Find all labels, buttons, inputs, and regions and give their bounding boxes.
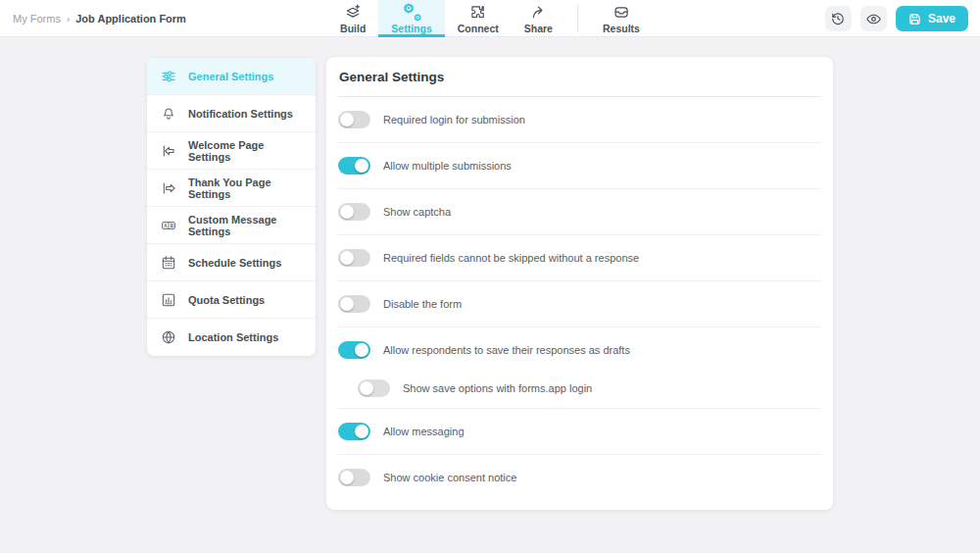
toggle-required-fields[interactable]	[338, 249, 370, 267]
setting-row-show-captcha: Show captcha	[338, 189, 821, 234]
setting-row-save-options-login: Show save options with forms.app login	[338, 369, 821, 408]
save-label: Save	[928, 12, 956, 25]
toggle-cookie-consent[interactable]	[338, 469, 370, 486]
toggle-allow-messaging[interactable]	[338, 423, 370, 440]
save-button[interactable]: Save	[896, 6, 968, 31]
floppy-icon	[908, 13, 921, 25]
breadcrumb-separator: ›	[67, 14, 70, 25]
toggle-multiple-submissions[interactable]	[338, 157, 370, 175]
tab-label: Results	[603, 23, 640, 34]
calendar-icon	[161, 255, 176, 271]
svg-text:B: B	[171, 223, 174, 227]
sidebar-item-label: Schedule Settings	[188, 257, 281, 269]
sidebar-item-thank-you-page-settings[interactable]: Thank You Page Settings	[147, 170, 316, 207]
setting-group: Required login for submission	[338, 97, 821, 143]
page-end-icon	[161, 180, 176, 196]
breadcrumb: My Forms › Job Application Form	[13, 0, 186, 37]
setting-row-disable-form: Disable the form	[338, 281, 821, 327]
breadcrumb-my-forms[interactable]: My Forms	[13, 13, 61, 25]
svg-text:A: A	[164, 223, 168, 227]
setting-label: Disable the form	[383, 298, 462, 310]
toggle-save-options-login[interactable]	[358, 379, 390, 397]
setting-group: Allow multiple submissions	[338, 143, 821, 189]
setting-group: Allow respondents to save their response…	[338, 327, 821, 409]
sidebar-item-welcome-page-settings[interactable]: Welcome Page Settings	[147, 132, 316, 170]
setting-row-required-fields: Required fields cannot be skipped withou…	[338, 235, 821, 280]
setting-group: Required fields cannot be skipped withou…	[338, 235, 821, 281]
setting-label: Show cookie consent notice	[383, 472, 516, 483]
sidebar-item-location-settings[interactable]: Location Settings	[147, 319, 316, 356]
ab-message-icon: A B	[161, 218, 176, 233]
eye-icon	[865, 11, 882, 27]
inbox-icon	[612, 4, 630, 21]
setting-group: Show captcha	[338, 189, 821, 235]
setting-group: Show cookie consent notice	[338, 455, 821, 500]
setting-group: Disable the form	[338, 281, 821, 327]
page-start-icon	[161, 143, 176, 159]
setting-label: Allow respondents to save their response…	[383, 344, 630, 356]
sidebar-item-quota-settings[interactable]: Quota Settings	[147, 281, 316, 319]
globe-icon	[161, 329, 176, 345]
sidebar-item-general-settings[interactable]: General Settings	[147, 58, 316, 95]
setting-label: Allow messaging	[383, 426, 465, 437]
tab-label: Connect	[458, 23, 499, 34]
general-settings-panel: General Settings Required login for subm…	[326, 57, 833, 510]
chart-box-icon	[161, 292, 176, 308]
history-icon	[830, 11, 846, 26]
setting-label: Show save options with forms.app login	[403, 382, 592, 394]
toggle-disable-form[interactable]	[338, 295, 370, 313]
setting-row-save-drafts: Allow respondents to save their response…	[338, 327, 821, 373]
panel-title: General Settings	[338, 57, 821, 97]
setting-label: Required login for submission	[383, 114, 525, 126]
history-button[interactable]	[825, 6, 852, 31]
sliders-icon	[161, 69, 176, 84]
sidebar-item-custom-message-settings[interactable]: A B Custom Message Settings	[147, 207, 316, 244]
tab-results[interactable]: Results	[590, 0, 653, 37]
main-tabs: Build ⚙⚙ Settings Connect Share	[327, 0, 653, 37]
preview-button[interactable]	[860, 6, 887, 31]
sidebar-item-notification-settings[interactable]: Notification Settings	[147, 95, 316, 132]
breadcrumb-form-title: Job Application Form	[75, 13, 186, 25]
sidebar-item-label: Notification Settings	[188, 108, 293, 120]
toggle-show-captcha[interactable]	[338, 203, 370, 221]
setting-label: Show captcha	[383, 206, 451, 218]
gears-icon: ⚙⚙	[403, 4, 420, 21]
setting-row-allow-messaging: Allow messaging	[338, 409, 821, 454]
sidebar-item-label: General Settings	[188, 71, 273, 82]
setting-row-multiple-submissions: Allow multiple submissions	[338, 143, 821, 188]
setting-row-cookie-consent: Show cookie consent notice	[338, 455, 821, 500]
puzzle-icon	[469, 4, 486, 21]
setting-row-required-login: Required login for submission	[338, 97, 821, 142]
tab-group-divider	[577, 5, 578, 32]
tab-build[interactable]: Build	[327, 0, 378, 37]
sidebar-item-label: Custom Message Settings	[188, 214, 302, 237]
tab-share[interactable]: Share	[512, 0, 565, 37]
toggle-required-login[interactable]	[338, 111, 370, 128]
top-bar: My Forms › Job Application Form Build ⚙⚙…	[0, 0, 980, 37]
sidebar-item-label: Quota Settings	[188, 294, 265, 306]
share-arrow-icon	[530, 4, 547, 21]
setting-label: Allow multiple submissions	[383, 160, 512, 172]
sidebar-item-schedule-settings[interactable]: Schedule Settings	[147, 244, 316, 281]
layers-plus-icon	[344, 4, 362, 21]
tab-label: Build	[340, 23, 366, 34]
sidebar-item-label: Location Settings	[188, 331, 278, 343]
toggle-save-drafts[interactable]	[338, 341, 370, 359]
setting-group: Allow messaging	[338, 409, 821, 455]
tab-label: Settings	[391, 23, 431, 34]
sidebar-item-label: Thank You Page Settings	[188, 176, 302, 200]
top-actions: Save	[825, 6, 968, 31]
settings-sidebar: General Settings Notification Settings W…	[147, 58, 316, 356]
sidebar-item-label: Welcome Page Settings	[188, 139, 302, 163]
setting-label: Required fields cannot be skipped withou…	[383, 252, 639, 264]
tab-settings[interactable]: ⚙⚙ Settings	[378, 0, 444, 37]
tab-label: Share	[524, 23, 553, 34]
tab-connect[interactable]: Connect	[445, 0, 512, 37]
bell-icon	[161, 106, 176, 122]
